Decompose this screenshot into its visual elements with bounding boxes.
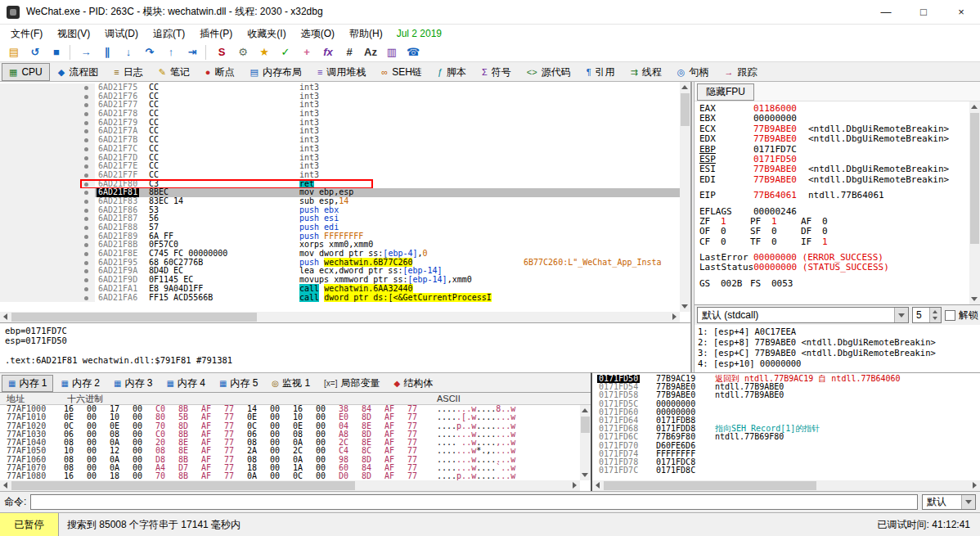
register-row[interactable]: EAX01186000 [699,104,969,114]
scroll-down-icon[interactable] [971,297,978,301]
scroll-up-icon[interactable] [582,408,588,412]
pause-icon[interactable]: ∥ [97,43,118,61]
phone-icon[interactable]: ☎ [402,43,424,61]
tab-notes[interactable]: ✎笔记 [151,63,197,81]
menu-item-4[interactable]: 追踪(T) [146,25,192,43]
menu-item-2[interactable]: 视图(V) [50,25,97,43]
flag-value[interactable]: 0 [771,237,801,247]
dump-hscr ollbar[interactable] [0,480,580,491]
breakpoint-dot-icon[interactable] [84,209,88,213]
tab-seh[interactable]: ∞SEH链 [374,63,429,81]
tab-references[interactable]: ¶引用 [579,63,623,81]
call-argument-row[interactable]: 3: [esp+C] 77B9ABE0 <ntdll.DbgUiRemoteBr… [698,348,980,358]
menu-item-7[interactable]: 选项(O) [294,25,342,43]
scroll-right-icon[interactable] [973,482,977,489]
disasm-row[interactable]: 6AD21F7CCCint3 [0,145,680,154]
stack-row[interactable]: 0171FD780171FDC8 [592,458,980,466]
tab-handles[interactable]: ◎句柄 [670,63,717,81]
breakpoint-dot-icon[interactable] [84,86,88,90]
disasm-row[interactable]: 6AD21FA1E8 9A04D1FFcall wechatwin.6AA324… [0,285,680,294]
breakpoint-dot-icon[interactable] [84,296,88,300]
scroll-down-icon[interactable] [681,304,688,309]
disasm-row[interactable]: 6AD21FA6FF15 ACD5566Bcall dword ptr ds:[… [0,294,680,303]
favourites-star-icon[interactable]: ★ [254,43,275,61]
scroll-down-icon[interactable] [582,473,588,477]
register-value[interactable]: 77B9ABE0 [753,133,797,144]
breakpoint-dot-icon[interactable] [84,147,88,151]
register-value[interactable]: 77B9ABE0 [753,164,797,174]
scroll-right-icon[interactable] [573,482,577,489]
register-value[interactable]: 01186000 [753,103,797,114]
menu-item-3[interactable]: 调试(D) [97,25,146,43]
register-row[interactable]: CF0TF0IF1 [699,237,969,247]
step-out-icon[interactable]: ↑ [160,43,182,61]
flag-value[interactable]: 0053 [771,279,801,289]
close-button[interactable]: × [942,0,980,25]
tab-trace[interactable]: →跟踪 [717,63,764,81]
flag-value[interactable]: 0 [721,237,750,247]
tab-dump-1[interactable]: ▦内存 1 [2,375,53,392]
register-row[interactable]: EBX00000000 [699,114,969,124]
breakpoint-dot-icon[interactable] [84,156,88,160]
scylla-icon[interactable]: S [211,43,232,61]
menu-item-5[interactable]: 插件(P) [192,25,240,43]
tab-dump-2[interactable]: ▦内存 2 [54,375,106,392]
stack-hscroll-thumb[interactable] [604,481,816,490]
scroll-up-icon[interactable] [971,105,978,109]
tab-struct[interactable]: ◆结构体 [388,375,440,392]
call-argument-row[interactable]: 1: [esp+4] A0C17EEA [698,327,980,337]
tab-dump-5[interactable]: ▦内存 5 [213,375,264,392]
minimize-button[interactable]: — [867,0,905,25]
flag-value[interactable]: 002B [721,279,750,289]
stack-row[interactable]: 0171FD5877B9ABE0ntdll.77B9ABE0 [592,391,980,399]
flag-value[interactable]: 0 [822,227,852,236]
open-file-icon[interactable]: ▤ [3,43,25,61]
breakpoint-dot-icon[interactable] [84,200,88,204]
breakpoint-dot-icon[interactable] [84,261,88,265]
stepper-arrows-icon[interactable] [929,308,941,322]
breakpoint-dot-icon[interactable] [84,121,88,125]
breakpoint-dot-icon[interactable] [84,235,88,239]
flag-value[interactable]: 1 [822,237,852,247]
tab-breakpoints[interactable]: ●断点 [198,63,242,81]
tab-symbols[interactable]: Σ符号 [474,63,519,81]
arg-depth-stepper[interactable]: 5 [912,307,942,323]
stack-row[interactable]: 0171FD74FFFFFFFF [592,450,980,458]
check-icon[interactable]: ✓ [275,43,296,61]
dump-hscroll-thumb[interactable] [11,481,355,490]
stack-hscrollbar[interactable] [592,480,980,491]
tab-dump-4[interactable]: ▦内存 4 [160,375,211,392]
stack-row[interactable]: 0171FD70D60FE6D6 [592,442,980,450]
menu-item-8[interactable]: 帮助(H) [342,25,390,43]
stop-icon[interactable]: ■ [46,43,67,61]
register-row[interactable]: EDX77B9ABE0<ntdll.DbgUiRemoteBreakin> [699,134,969,144]
stack-row[interactable]: 0171FD6C77B69F80ntdll.77B69F80 [592,433,980,441]
analysis-gear-icon[interactable]: ⚙ [232,43,254,61]
step-into-icon[interactable]: ↓ [118,43,139,61]
call-argument-row[interactable]: 4: [esp+10] 00000000 [698,358,980,369]
restart-icon[interactable]: ↺ [25,43,46,61]
stack-row[interactable]: 0171FD7C0171FD8C [592,466,980,475]
tab-graph[interactable]: ◆流程图 [51,63,106,81]
register-value[interactable]: 00000000 (ERROR_SUCCESS) [753,252,883,263]
menu-item-6[interactable]: 收藏夹(I) [240,25,293,43]
disasm-hscroll-thumb[interactable] [11,313,257,322]
register-value[interactable]: 77B64061 [753,190,797,200]
tab-script[interactable]: ƒ脚本 [430,63,474,81]
tab-watch-1[interactable]: ◎监视 1 [265,375,317,392]
stack-row[interactable]: 0171FD680171FDD8指向SEH_Record[1]的指针 [592,425,980,433]
tab-threads[interactable]: ⇉线程 [623,63,669,81]
registers-vscroll-thumb[interactable] [970,113,979,244]
flag-value[interactable]: 0 [721,227,750,236]
scroll-left-icon[interactable] [3,313,7,320]
tab-source[interactable]: <>源代码 [519,63,578,81]
disasm-vscroll-thumb[interactable] [681,93,690,126]
calling-convention-select[interactable]: 默认 (stdcall) [697,307,909,323]
maximize-button[interactable]: □ [905,0,942,25]
disasm-vscrollbar[interactable] [680,82,690,312]
stack-row[interactable]: 0171FD5077B9AC19返回到 ntdll.77B9AC19 自 ntd… [592,375,980,383]
register-value[interactable]: 00000000 [753,113,797,124]
tab-log[interactable]: ≡日志 [106,63,150,81]
font-az-icon[interactable]: Az [360,43,381,61]
register-row[interactable]: ESI77B9ABE0<ntdll.DbgUiRemoteBreakin> [699,164,969,174]
